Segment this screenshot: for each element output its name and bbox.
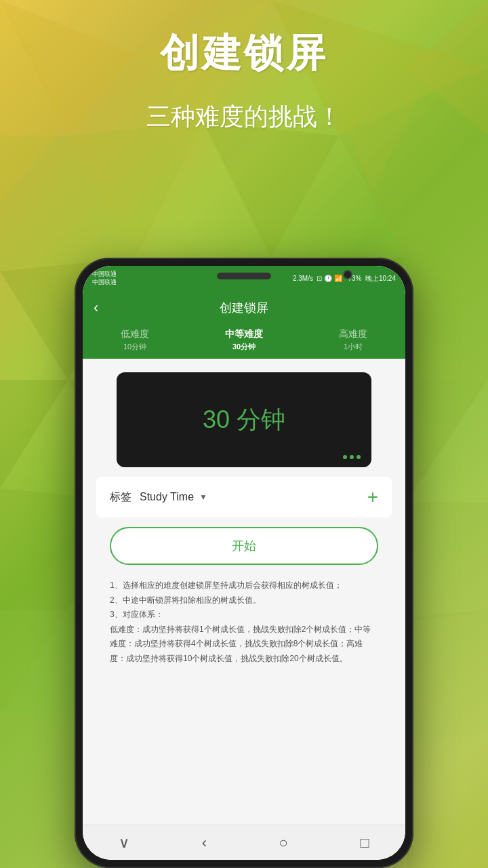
info-content: 1、选择相应的难度创建锁屏坚持成功后会获得相应的树成长值；2、中途中断锁屏将扣除… <box>110 580 371 663</box>
app-bar: ‹ 创建锁屏 <box>83 292 405 324</box>
tab-medium[interactable]: 中等难度 30分钟 <box>225 328 263 352</box>
label-dropdown[interactable]: Study Time ▼ <box>140 491 359 503</box>
bottom-nav: ∨ ‹ ○ □ <box>83 825 405 860</box>
sub-title: 三种难度的挑战！ <box>0 100 488 134</box>
tab-medium-sublabel: 30分钟 <box>225 342 263 352</box>
timer-display: 30 分钟 <box>203 403 285 437</box>
back-button[interactable]: ‹ <box>94 299 98 317</box>
carrier1: 中国联通 <box>92 271 117 279</box>
phone-camera <box>343 270 352 279</box>
tab-hard-label: 高难度 <box>339 328 367 340</box>
background: 创建锁屏 三种难度的挑战！ 中国联通 中国联通 2.3M/s ⊡ <box>0 0 488 868</box>
svg-marker-11 <box>0 380 68 488</box>
tab-medium-label: 中等难度 <box>225 328 263 340</box>
tab-easy[interactable]: 低难度 10分钟 <box>121 328 149 352</box>
tab-easy-label: 低难度 <box>121 328 149 340</box>
difficulty-tabs: 低难度 10分钟 中等难度 30分钟 高难度 1小时 <box>83 324 405 359</box>
main-title: 创建锁屏 <box>0 27 488 80</box>
svg-marker-5 <box>203 122 339 258</box>
carrier2: 中国联通 <box>92 279 117 287</box>
tab-hard-sublabel: 1小时 <box>339 342 367 352</box>
label-value: Study Time <box>140 491 194 503</box>
dot3 <box>357 455 361 459</box>
dot1 <box>343 455 347 459</box>
tab-hard[interactable]: 高难度 1小时 <box>339 328 367 352</box>
label-text: 标签 <box>110 490 131 505</box>
appbar-title: 创建锁屏 <box>220 300 268 316</box>
title-area: 创建锁屏 三种难度的挑战！ <box>0 27 488 134</box>
status-time: 晚上10:24 <box>365 275 396 282</box>
svg-marker-19 <box>0 610 68 712</box>
timer-dots <box>343 455 361 459</box>
content-area: 30 分钟 标签 Stu <box>83 359 405 825</box>
start-button[interactable]: 开始 <box>110 527 378 565</box>
tab-easy-sublabel: 10分钟 <box>121 342 149 352</box>
nav-down-icon[interactable]: ∨ <box>119 834 129 852</box>
status-speed: 2.3M/s <box>293 275 313 282</box>
timer-card: 30 分钟 <box>117 372 371 467</box>
dropdown-arrow-icon: ▼ <box>199 492 207 502</box>
nav-home-icon[interactable]: ○ <box>279 834 288 852</box>
svg-marker-26 <box>407 732 488 868</box>
add-label-button[interactable]: + <box>367 488 378 507</box>
dot2 <box>350 455 354 459</box>
phone-mockup: 中国联通 中国联通 2.3M/s ⊡ 🕐 📶 73% 晚上10:24 ‹ <box>75 258 413 868</box>
nav-recent-icon[interactable]: □ <box>360 834 369 852</box>
screen-body: 30 分钟 标签 Stu <box>83 359 405 860</box>
info-text: 1、选择相应的难度创建锁屏坚持成功后会获得相应的树成长值；2、中途中断锁屏将扣除… <box>96 574 392 677</box>
nav-back-icon[interactable]: ‹ <box>202 834 207 852</box>
label-row: 标签 Study Time ▼ + <box>96 477 392 517</box>
phone-speaker <box>217 273 271 279</box>
